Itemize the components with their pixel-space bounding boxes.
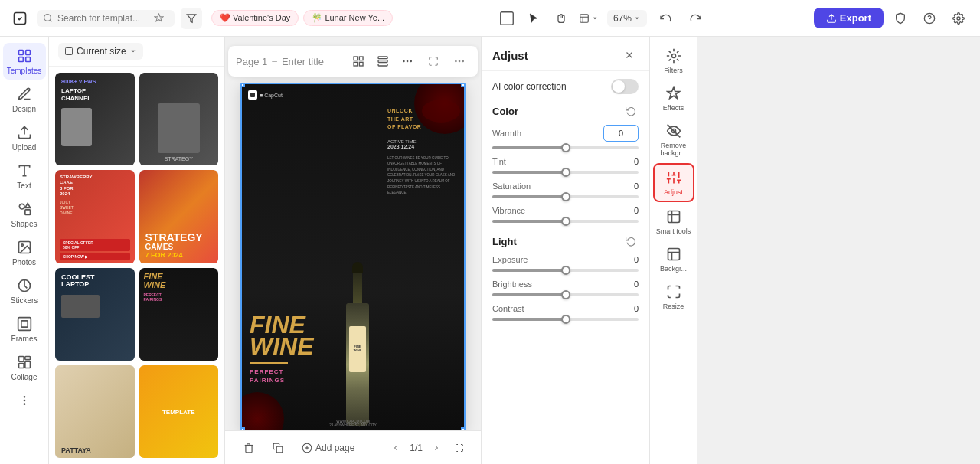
saturation-slider[interactable] — [492, 195, 639, 198]
vibrance-label: Vibrance — [492, 206, 525, 215]
brightness-header: Brightness 0 — [492, 279, 639, 289]
sidebar-item-design[interactable]: Design — [3, 81, 46, 118]
current-size-label: Current size — [77, 46, 126, 57]
capcut-logo: ■ CapCut — [248, 90, 283, 100]
stickers-label: Stickers — [11, 296, 38, 305]
svg-point-21 — [24, 400, 24, 400]
search-box[interactable] — [37, 10, 175, 27]
vibrance-slider[interactable] — [492, 220, 639, 223]
warmth-input[interactable] — [603, 125, 639, 142]
exposure-label: Exposure — [492, 255, 528, 264]
sidebar-item-stickers[interactable]: Stickers — [3, 273, 46, 309]
templates-icon — [16, 47, 33, 64]
ai-color-toggle[interactable] — [611, 79, 639, 94]
corner-handle-tl[interactable] — [240, 83, 245, 87]
redo-button[interactable] — [684, 6, 708, 31]
vibrance-thumb[interactable] — [561, 217, 570, 226]
tint-thumb[interactable] — [561, 168, 570, 177]
template-card-biz2[interactable]: STRATEGY — [139, 73, 219, 165]
template-card-cake[interactable]: STRAWBERRYCAKE3 FOR2024 JUICYSWEETDIVINE… — [55, 170, 135, 263]
canvas-expand-button[interactable] — [423, 51, 444, 72]
cursor-tool[interactable] — [521, 6, 546, 31]
filter-button[interactable] — [181, 8, 202, 29]
exposure-thumb[interactable] — [561, 266, 570, 275]
template-card-pattaya[interactable]: PATTAYA — [55, 365, 135, 458]
warmth-slider[interactable] — [492, 146, 639, 149]
sidebar-item-collage[interactable]: Collage — [3, 349, 46, 386]
background-icon — [665, 246, 682, 263]
template-card-heli[interactable]: STRATEGY GAMES 7 FOR 2024 — [139, 170, 219, 263]
svg-point-13 — [21, 244, 22, 247]
color-reset-button[interactable] — [623, 103, 639, 119]
zoom-button[interactable]: 67% — [607, 10, 647, 27]
exposure-slider[interactable] — [492, 269, 639, 272]
contrast-thumb[interactable] — [561, 315, 570, 324]
rt-remove-bg[interactable]: Remove backgr... — [653, 118, 694, 162]
sidebar-item-templates[interactable]: Templates — [3, 43, 46, 80]
corner-handle-tr[interactable] — [461, 83, 466, 87]
collage-icon — [16, 354, 33, 371]
fullscreen-button[interactable] — [450, 439, 469, 457]
rt-resize[interactable]: Resize — [653, 279, 694, 315]
sidebar-item-shapes[interactable]: Shapes — [3, 196, 46, 233]
layout-tool[interactable] — [577, 6, 601, 31]
template-card-biz1[interactable]: 800K+ VIEWS LAPTOPCHANNEL — [55, 73, 135, 165]
warmth-thumb[interactable] — [561, 143, 570, 152]
tint-slider[interactable] — [492, 171, 639, 174]
warmth-row: Warmth — [492, 125, 639, 149]
light-section: Light Exposure 0 — [492, 234, 639, 321]
hand-tool[interactable] — [549, 6, 573, 31]
rt-background[interactable]: Backgr... — [653, 241, 694, 277]
search-input[interactable] — [57, 13, 149, 24]
settings-button[interactable] — [946, 6, 971, 31]
sidebar-item-frames[interactable]: Frames — [3, 311, 46, 348]
template-card-laptop[interactable]: COOLESTLAPTOP — [55, 268, 135, 361]
brightness-fill — [492, 293, 566, 296]
timeline-view-button[interactable] — [372, 51, 394, 72]
photos-label: Photos — [12, 258, 36, 266]
sidebar-item-photos[interactable]: Photos — [3, 234, 46, 271]
contrast-slider[interactable] — [492, 318, 639, 321]
next-page-button[interactable] — [427, 439, 446, 457]
rt-adjust[interactable]: Adjust — [653, 163, 694, 202]
wine-bottle: FINEWINE — [335, 262, 381, 430]
canvas-frame[interactable]: ■ CapCut FINE WINE PERFECT PAIRINGS — [240, 83, 466, 432]
more-options-button[interactable] — [397, 51, 418, 72]
rt-effects[interactable]: Effects — [653, 80, 694, 116]
shield-button[interactable] — [888, 6, 913, 31]
template-card-yellow[interactable]: TEMPLATE — [139, 365, 219, 458]
canvas-more-button[interactable] — [449, 51, 470, 72]
rt-filters[interactable]: Filters — [653, 43, 694, 79]
saturation-thumb[interactable] — [561, 192, 570, 201]
add-page-button[interactable]: Add page — [296, 439, 361, 456]
current-size-button[interactable]: Current size — [58, 43, 143, 60]
svg-rect-19 — [24, 361, 30, 368]
brightness-slider[interactable] — [492, 293, 639, 296]
help-button[interactable] — [917, 6, 942, 31]
search-icon — [43, 13, 53, 23]
light-reset-button[interactable] — [623, 234, 639, 249]
svg-point-22 — [24, 397, 24, 397]
sidebar-item-text[interactable]: Text — [3, 158, 46, 194]
contrast-fill — [492, 318, 566, 321]
brightness-thumb[interactable] — [561, 290, 570, 299]
grid-view-button[interactable] — [348, 51, 369, 72]
valentines-tag[interactable]: ❤️ Valentine's Day — [211, 10, 299, 26]
gear-icon — [952, 12, 965, 25]
sidebar-item-more[interactable] — [3, 387, 46, 413]
adjust-close-button[interactable] — [620, 46, 639, 64]
perfect-text: PERFECT PAIRINGS — [250, 368, 314, 384]
rt-smart-tools[interactable]: Smart tools — [653, 204, 694, 240]
prev-page-button[interactable] — [387, 439, 405, 457]
sidebar-item-upload[interactable]: Upload — [3, 119, 46, 156]
page-title-input[interactable]: Enter title — [282, 56, 343, 67]
lunar-tag[interactable]: 🎋 Lunar New Ye... — [303, 10, 393, 26]
collage-label: Collage — [11, 373, 38, 381]
vibrance-fill — [492, 220, 566, 223]
undo-button[interactable] — [653, 6, 678, 31]
design-label: Design — [12, 105, 36, 113]
duplicate-page-button[interactable] — [266, 439, 289, 456]
template-card-wine2[interactable]: FINEWINE PERFECTPAIRINGS — [139, 268, 219, 361]
delete-page-button[interactable] — [237, 439, 260, 456]
export-button[interactable]: Export — [814, 8, 884, 28]
